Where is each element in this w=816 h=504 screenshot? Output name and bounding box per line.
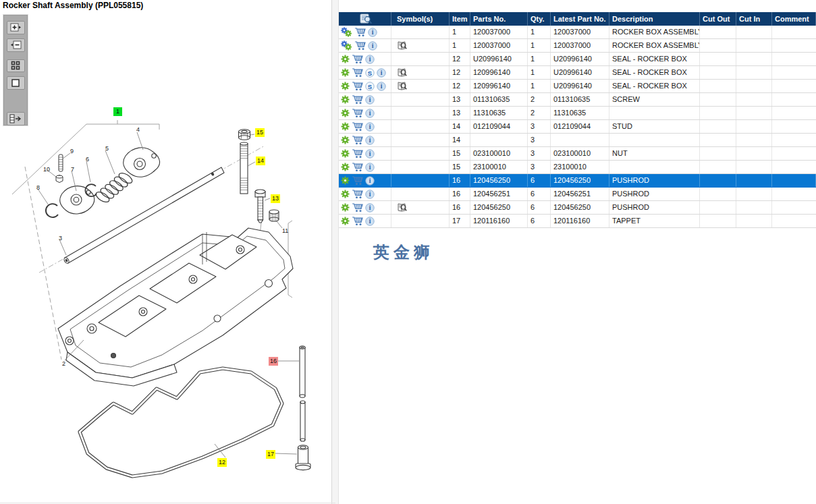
column-header-parts-no[interactable]: Parts No. bbox=[470, 12, 528, 26]
gears-icon[interactable] bbox=[341, 27, 352, 37]
info-icon[interactable]: i bbox=[365, 122, 375, 132]
table-row[interactable]: i140121090443012109044STUD bbox=[339, 120, 816, 134]
gear-icon[interactable] bbox=[341, 82, 350, 90]
diagram-callout-10[interactable]: 10 bbox=[42, 165, 51, 174]
table-row[interactable]: i1311310635211310635 bbox=[339, 107, 816, 120]
gears-icon[interactable] bbox=[341, 40, 352, 51]
cart-icon[interactable] bbox=[352, 202, 363, 213]
table-row[interactable]: Si121209961401U20996140SEAL - ROCKER BOX bbox=[339, 66, 816, 80]
column-header-item[interactable]: Item bbox=[450, 12, 470, 26]
info-icon[interactable]: i bbox=[377, 82, 386, 91]
info-icon[interactable]: i bbox=[368, 41, 377, 51]
gear-icon[interactable] bbox=[341, 203, 350, 212]
table-row[interactable]: i161204562506120456250PUSHROD bbox=[339, 174, 816, 188]
book-search-icon[interactable] bbox=[397, 67, 408, 78]
gear-icon[interactable] bbox=[341, 149, 350, 158]
info-icon[interactable]: i bbox=[365, 176, 375, 186]
column-header-description[interactable]: Description bbox=[609, 12, 700, 26]
column-header-latest-part-no[interactable]: Latest Part No. bbox=[551, 12, 609, 26]
cart-icon[interactable] bbox=[352, 216, 363, 226]
cell-symbols bbox=[391, 161, 450, 173]
diagram-callout-14[interactable]: 14 bbox=[256, 157, 265, 165]
diagram-callout-16[interactable]: 16 bbox=[269, 357, 278, 366]
table-row[interactable]: i1523100010323100010 bbox=[339, 161, 816, 174]
diagram-callout-17[interactable]: 17 bbox=[266, 450, 275, 459]
cell-comment bbox=[772, 107, 816, 119]
diagram-callout-6[interactable]: 6 bbox=[83, 155, 92, 164]
panel-splitter[interactable] bbox=[331, 0, 339, 504]
gear-icon[interactable] bbox=[341, 122, 350, 131]
diagram-callout-12[interactable]: 12 bbox=[217, 458, 227, 467]
book-search-icon[interactable] bbox=[397, 202, 408, 213]
diagram-callout-5[interactable]: 5 bbox=[103, 144, 111, 153]
cart-icon[interactable] bbox=[352, 108, 363, 118]
info-icon[interactable]: i bbox=[377, 68, 386, 78]
info-icon[interactable]: i bbox=[365, 163, 375, 172]
cart-icon[interactable] bbox=[352, 81, 363, 91]
diagram-callout-7[interactable]: 7 bbox=[68, 165, 77, 174]
gear-icon[interactable] bbox=[341, 95, 350, 104]
cart-icon[interactable] bbox=[352, 135, 363, 145]
diagram-callout-4[interactable]: 4 bbox=[134, 125, 142, 134]
info-icon[interactable]: i bbox=[365, 203, 375, 213]
table-row[interactable]: i150231000103023100010NUT bbox=[339, 147, 816, 161]
diagram-callout-15[interactable]: 15 bbox=[255, 128, 265, 137]
gear-icon[interactable] bbox=[341, 68, 350, 77]
column-header-symbols[interactable]: Symbol(s) bbox=[391, 12, 450, 26]
gear-icon[interactable] bbox=[341, 55, 350, 63]
column-header-actions[interactable] bbox=[339, 12, 391, 26]
cart-icon[interactable] bbox=[352, 94, 363, 105]
column-header-cut-out[interactable]: Cut Out bbox=[700, 12, 736, 26]
s-badge-icon[interactable]: S bbox=[365, 82, 375, 91]
cart-icon[interactable] bbox=[352, 67, 363, 78]
table-row[interactable]: i11200370001120037000ROCKER BOX ASSEMBLY bbox=[339, 26, 816, 39]
diagram-callout-2[interactable]: 2 bbox=[59, 360, 68, 368]
table-row[interactable]: i12U209961401U20996140SEAL - ROCKER BOX bbox=[339, 53, 816, 66]
column-header-comment[interactable]: Comment bbox=[772, 12, 816, 26]
cart-icon[interactable] bbox=[354, 27, 366, 37]
info-icon[interactable]: i bbox=[365, 109, 375, 118]
table-row[interactable]: i143 bbox=[339, 134, 816, 147]
gear-icon[interactable] bbox=[341, 163, 350, 171]
cart-icon[interactable] bbox=[352, 162, 363, 172]
table-row[interactable]: i161204562516120456251PUSHROD bbox=[339, 188, 816, 201]
book-search-icon[interactable] bbox=[397, 40, 408, 51]
column-header-qty[interactable]: Qty. bbox=[528, 12, 551, 26]
column-header-cut-in[interactable]: Cut In bbox=[736, 12, 772, 26]
cart-icon[interactable] bbox=[352, 54, 363, 64]
cart-icon[interactable] bbox=[352, 189, 363, 199]
table-row[interactable]: Si121209961401U20996140SEAL - ROCKER BOX bbox=[339, 80, 816, 93]
cart-icon[interactable] bbox=[352, 175, 363, 186]
gear-icon[interactable] bbox=[341, 136, 350, 144]
info-icon[interactable]: i bbox=[365, 149, 375, 159]
gear-icon[interactable] bbox=[341, 217, 350, 225]
gear-icon[interactable] bbox=[341, 190, 350, 198]
info-icon[interactable]: i bbox=[365, 217, 375, 226]
cart-icon[interactable] bbox=[352, 148, 363, 159]
book-search-icon[interactable] bbox=[397, 81, 408, 91]
diagram-callout-11[interactable]: 11 bbox=[281, 227, 290, 235]
cart-icon[interactable] bbox=[354, 40, 366, 51]
diagram-callout-9[interactable]: 9 bbox=[67, 147, 76, 156]
cart-icon[interactable] bbox=[352, 121, 363, 132]
gear-icon[interactable] bbox=[341, 109, 350, 117]
info-icon[interactable]: i bbox=[365, 190, 375, 199]
cell-comment bbox=[772, 39, 816, 52]
info-icon[interactable]: i bbox=[365, 55, 375, 64]
diagram-callout-13[interactable]: 13 bbox=[271, 194, 280, 203]
table-row[interactable]: i11200370001120037000ROCKER BOX ASSEMBLY bbox=[339, 39, 816, 53]
diagram-callout-1[interactable]: 1 bbox=[113, 107, 122, 116]
cell-cut-in bbox=[736, 147, 772, 160]
diagram-callout-8[interactable]: 8 bbox=[34, 184, 43, 192]
table-row[interactable]: i130113106352011310635SCREW bbox=[339, 93, 816, 107]
gear-icon[interactable] bbox=[341, 176, 350, 185]
info-icon[interactable]: i bbox=[365, 136, 375, 145]
cell-qty: 1 bbox=[528, 80, 551, 92]
diagram-callout-3[interactable]: 3 bbox=[56, 234, 65, 243]
cell-parts-no: 120456251 bbox=[470, 188, 528, 200]
s-badge-icon[interactable]: S bbox=[365, 68, 375, 78]
table-row[interactable]: i161204562506120456250PUSHROD bbox=[339, 201, 816, 215]
info-icon[interactable]: i bbox=[365, 95, 375, 105]
table-row[interactable]: i171201161606120116160TAPPET bbox=[339, 215, 816, 228]
info-icon[interactable]: i bbox=[368, 28, 377, 37]
